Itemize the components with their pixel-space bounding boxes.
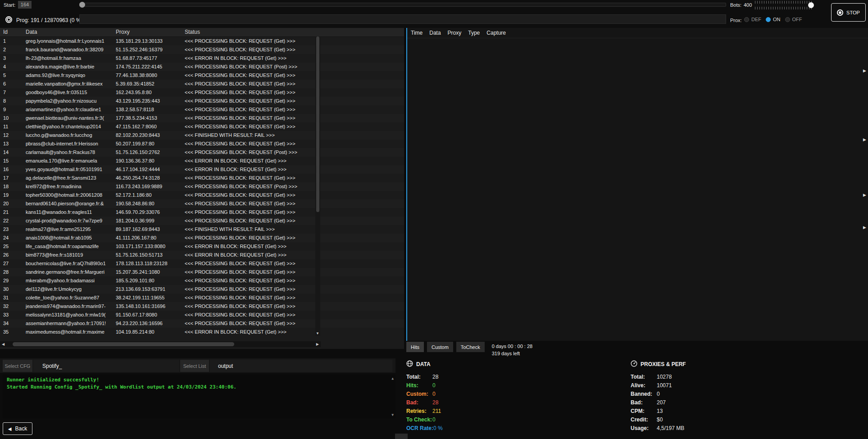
- table-row[interactable]: 29mkerabm@yahoo.fr:badamassi185.5.209.10…: [0, 276, 404, 285]
- scroll-right-icon[interactable]: ▶: [316, 342, 319, 346]
- column-header-time[interactable]: Time: [411, 30, 423, 36]
- table-row[interactable]: 1greg.lyonnais@hotmail.fr:Lyonnais1135.1…: [0, 37, 404, 45]
- select-cfg-button[interactable]: Select CFG: [3, 360, 32, 372]
- row-status: <<< PROCESSING BLOCK: REQUEST (Post) >>>: [185, 64, 315, 69]
- table-row[interactable]: 23realma27@live.fr:amn25129589.187.162.6…: [0, 225, 404, 234]
- stop-button[interactable]: STOP: [831, 3, 866, 22]
- column-header-proxy[interactable]: Proxy: [448, 30, 462, 36]
- start-input[interactable]: 164: [18, 1, 32, 9]
- column-header-type[interactable]: Type: [468, 30, 480, 36]
- row-status: <<< PROCESSING BLOCK: REQUEST (Get) >>>: [185, 175, 315, 181]
- table-row[interactable]: 13pbrass@club-internet.fr:Herisson50.207…: [0, 140, 404, 148]
- scroll-down-icon[interactable]: ▼: [316, 331, 319, 335]
- proxy-off-radio[interactable]: [785, 17, 790, 22]
- table-row[interactable]: 8papymbela2@yahoo.fr:nizosucu43.129.195.…: [0, 97, 404, 105]
- table-row[interactable]: 14carlarnault@yahoo.fr:Rackus7851.75.126…: [0, 148, 404, 157]
- panel-expander-icon[interactable]: ▶: [863, 225, 866, 230]
- bots-slider-thumb[interactable]: [808, 2, 814, 8]
- back-button[interactable]: ◀ Back: [3, 422, 32, 435]
- table-row[interactable]: 18krel972@free.fr:madinina116.73.243.169…: [0, 182, 404, 191]
- config-name-field[interactable]: Spotify_: [33, 360, 179, 372]
- wordlist-name-field[interactable]: output: [210, 360, 392, 372]
- results-panel: Id Data Proxy Status 1greg.lyonnais@hotm…: [0, 28, 404, 349]
- bots-slider[interactable]: [755, 1, 813, 9]
- row-proxy: 38.242.199.111:19655: [116, 295, 182, 300]
- table-row[interactable]: 11cletthie@yahoo.fr:chanteloup201447.115…: [0, 122, 404, 131]
- panel-expander-icon[interactable]: ▶: [863, 137, 866, 142]
- stat-label: CPM:: [631, 408, 657, 414]
- table-row[interactable]: 25life_casa@hotmail.fr:oapamazlife103.17…: [0, 242, 404, 251]
- horizontal-scrollbar-thumb[interactable]: [13, 342, 234, 346]
- row-status: <<< FINISHED WITH RESULT: FAIL >>>: [185, 226, 315, 232]
- select-list-button[interactable]: Select List: [180, 360, 209, 372]
- progress-radio-icon[interactable]: [5, 16, 12, 23]
- table-row[interactable]: 35maximedumess@hotmail.fr:maxime104.19.8…: [0, 328, 404, 336]
- splitter-handle[interactable]: [395, 434, 408, 439]
- row-status: <<< FINISHED WITH RESULT: FAIL >>>: [185, 132, 315, 138]
- slider-ticks: [755, 1, 813, 4]
- scroll-down-icon[interactable]: ▼: [391, 413, 394, 417]
- table-row[interactable]: 5adams.92@live.fr:syqyniqo77.46.138.38:8…: [0, 71, 404, 80]
- row-data: cletthie@yahoo.fr:chanteloup2014: [26, 124, 113, 129]
- table-row[interactable]: 19topher50300@hotmail.fr:2006120852.172.…: [0, 191, 404, 199]
- start-label: Start:: [4, 2, 15, 8]
- table-row[interactable]: 10gwenael.biotteau@univ-nantes.fr:3(177.…: [0, 114, 404, 122]
- column-header-status[interactable]: Status: [185, 29, 200, 35]
- table-row[interactable]: 15emanuela.170@live.fr:emanuela190.136.3…: [0, 157, 404, 165]
- row-id: 32: [3, 303, 23, 309]
- table-row[interactable]: 12luccho.g@wanadoo.fr:lucchog82.102.20.2…: [0, 131, 404, 140]
- panel-expander-icon[interactable]: ▶: [863, 68, 866, 73]
- table-row[interactable]: 34assemianhermann@yahoo.fr:17091!94.23.2…: [0, 319, 404, 328]
- log-console[interactable]: Runner initialized succesfully! Started …: [3, 375, 395, 419]
- column-header-data[interactable]: Data: [26, 29, 37, 35]
- globe-icon: [406, 360, 413, 368]
- column-header-data[interactable]: Data: [429, 30, 441, 36]
- row-proxy: 5.39.69.35:41852: [116, 81, 182, 86]
- table-row[interactable]: 6marielle.vanpatton@gmx.fr:ilikesex5.39.…: [0, 80, 404, 88]
- table-row[interactable]: 32jeandenis974@wanadoo.fr:marin97-135.14…: [0, 302, 404, 311]
- table-row[interactable]: 17ag.delacelle@free.fr:Sansmi12346.250.2…: [0, 174, 404, 182]
- start-position-slider[interactable]: [79, 2, 726, 8]
- table-row[interactable]: 9arianmartinez@yahoo.fr:claudine1138.2.5…: [0, 105, 404, 114]
- scroll-left-icon[interactable]: ◀: [2, 342, 5, 346]
- column-header-proxy[interactable]: Proxy: [116, 29, 130, 35]
- results-table-header: Id Data Proxy Status: [0, 28, 404, 37]
- proxy-on-radio[interactable]: [766, 17, 771, 22]
- row-data: emanuela.170@live.fr:emanuela: [26, 158, 113, 163]
- table-row[interactable]: 24anais1008@hotmail.fr:ab109541.111.206.…: [0, 234, 404, 242]
- scroll-up-icon[interactable]: ▲: [391, 376, 394, 380]
- table-row[interactable]: 33melissalynn13181@yahoo.fr:mlw19(91.150…: [0, 311, 404, 319]
- tab-custom[interactable]: Custom: [427, 342, 453, 352]
- table-row[interactable]: 3lh-23@hotmail.fr:hamzaa51.68.87.73:4517…: [0, 54, 404, 63]
- table-row[interactable]: 4alexandra.magie@live.fr:barbie174.75.21…: [0, 63, 404, 71]
- column-header-id[interactable]: Id: [3, 29, 8, 35]
- column-header-capture[interactable]: Capture: [486, 30, 506, 36]
- row-data: lh-23@hotmail.fr:hamzaa: [26, 55, 113, 61]
- table-row[interactable]: 21kans11@wanadoo.fr:eagles11146.59.70.29…: [0, 208, 404, 217]
- vertical-scrollbar[interactable]: ▼: [315, 36, 320, 336]
- horizontal-scrollbar[interactable]: ◀ ▶: [0, 341, 321, 347]
- table-row[interactable]: 30del112@live.fr:Umokycyg213.136.69.153:…: [0, 285, 404, 294]
- table-row[interactable]: 16yves.goyaud@hotmail.fr:0510199146.17.1…: [0, 165, 404, 174]
- results-table-body: 1greg.lyonnais@hotmail.fr:Lyonnais1135.1…: [0, 37, 404, 336]
- slider-thumb[interactable]: [79, 2, 85, 8]
- data-stats-panel: DATA Total:28Hits:0Custom:0Bad:28Retries…: [406, 360, 555, 432]
- table-row[interactable]: 20bernard06140.pierson@orange.fr:&190.58…: [0, 199, 404, 208]
- proxy-def-radio[interactable]: [744, 17, 749, 22]
- table-row[interactable]: 27bouchernicolas@live.fr:aQ7hi89I0o1178.…: [0, 259, 404, 268]
- tab-hits[interactable]: Hits: [406, 342, 424, 352]
- panel-expander-icon[interactable]: ▶: [863, 193, 866, 197]
- stat-label: Hits:: [406, 382, 432, 389]
- table-row[interactable]: 28sandrine.germano@free.fr:Margueri15.20…: [0, 268, 404, 276]
- vertical-scrollbar-thumb[interactable]: [316, 36, 319, 212]
- tab-tocheck[interactable]: ToCheck: [456, 342, 485, 352]
- proxies-stats-panel: PROXIES & PERF Total:10278Alive:10071Ban…: [631, 360, 779, 432]
- table-row[interactable]: 26bim8773@free.fr:s18101951.75.126.150:5…: [0, 251, 404, 259]
- proxy-def-label: DEF: [751, 17, 761, 22]
- table-row[interactable]: 31colette_toe@yahoo.fr:Suzanne8738.242.1…: [0, 294, 404, 302]
- stat-value: $0: [657, 416, 663, 423]
- row-data: assemianhermann@yahoo.fr:17091!: [26, 321, 113, 326]
- table-row[interactable]: 2franck.baurand@wanadoo.fr:3820951.15.25…: [0, 45, 404, 54]
- table-row[interactable]: 7goodboys46@live.fr:035115162.243.95.8:8…: [0, 88, 404, 97]
- table-row[interactable]: 22crystal-prod@wanadoo.fr:7w7zpe9181.204…: [0, 217, 404, 225]
